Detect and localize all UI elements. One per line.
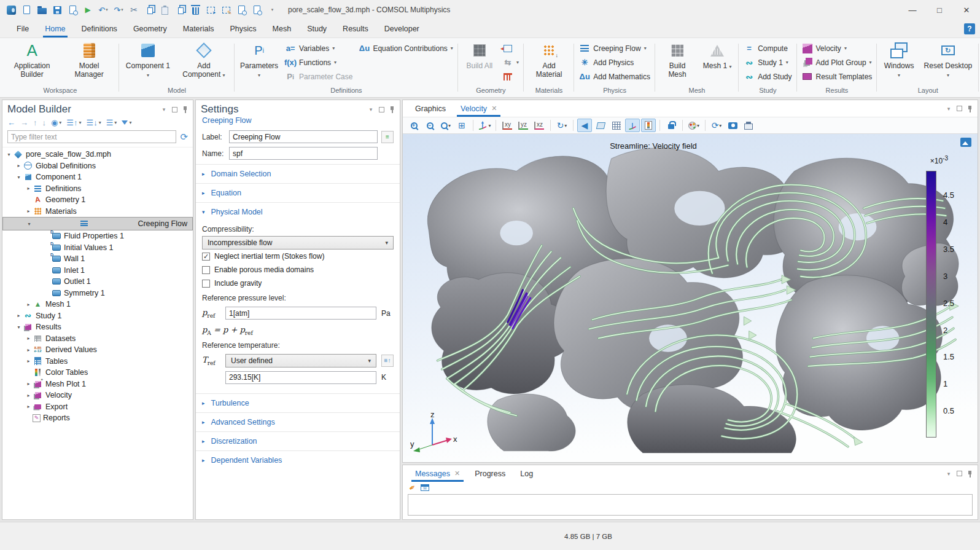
tree-item-wall-1[interactable]: Wall 1: [2, 253, 193, 265]
tree-item-definitions[interactable]: ▸Definitions: [2, 183, 193, 195]
find-icon[interactable]: [249, 2, 264, 17]
zoom-extents-icon[interactable]: ⊞: [454, 119, 469, 132]
tree-item-velocity[interactable]: ▸Velocity: [2, 390, 193, 401]
move-down-icon[interactable]: ↓: [42, 118, 47, 127]
tree-item-datasets[interactable]: ▸Datasets: [2, 333, 193, 345]
customize-qat-icon[interactable]: ▾: [265, 2, 279, 17]
tree-item-creeping-flow[interactable]: ▾Creeping Flow: [2, 217, 193, 230]
tab-developer[interactable]: Developer: [376, 20, 427, 37]
zoom-box-icon[interactable]: ▾: [438, 119, 453, 132]
message-window-icon[interactable]: [421, 484, 429, 491]
tab-file[interactable]: File: [9, 20, 37, 37]
tab-materials[interactable]: Materials: [175, 20, 222, 37]
run-icon[interactable]: ▶: [80, 2, 95, 17]
build-all-button[interactable]: Build All: [461, 39, 499, 70]
refresh-icon[interactable]: ⟳: [180, 132, 188, 143]
section-equation[interactable]: ▸Equation: [196, 183, 400, 202]
zoom-out-icon[interactable]: −: [422, 119, 437, 132]
lock-axis-icon[interactable]: [664, 119, 679, 132]
expand-icon[interactable]: ☰↓▾: [87, 118, 101, 127]
tab-velocity-window[interactable]: Velocity✕: [453, 100, 504, 117]
grid-icon[interactable]: [609, 119, 624, 132]
physics-interface-button[interactable]: Creeping Flow▾: [577, 42, 653, 55]
panel-pin-icon[interactable]: [966, 470, 973, 477]
orientation-indicator-icon[interactable]: [625, 119, 640, 132]
add-plot-group-button[interactable]: Add Plot Group▾: [799, 56, 875, 69]
tree-item-reports[interactable]: Reports: [2, 412, 193, 424]
select-box-icon[interactable]: [203, 2, 218, 17]
label-input[interactable]: [229, 130, 378, 143]
edit-label-icon[interactable]: ≡: [381, 131, 394, 143]
variables-button[interactable]: a= Variables▾: [282, 42, 355, 55]
model-tree-nodes-icon[interactable]: ☰▾: [106, 118, 117, 127]
compute-button[interactable]: = Compute: [741, 42, 794, 55]
back-icon[interactable]: ←: [7, 118, 15, 127]
panel-float-icon[interactable]: [379, 107, 384, 112]
section-advanced-settings[interactable]: ▸Advanced Settings: [196, 412, 400, 431]
undo-icon[interactable]: ↶▾: [96, 2, 111, 17]
minimize-button[interactable]: —: [899, 0, 926, 20]
view-xz-icon[interactable]: xz: [532, 119, 546, 132]
duplicate-icon[interactable]: [173, 2, 187, 17]
neglect-inertial-checkbox[interactable]: ✓Neglect inertial term (Stokes flow): [202, 249, 394, 263]
reference-pressure-input[interactable]: [225, 307, 376, 320]
panel-float-icon[interactable]: [957, 106, 962, 111]
color-theme-icon[interactable]: ▾: [686, 119, 701, 132]
tab-messages[interactable]: Messages✕: [408, 465, 467, 482]
add-material-button[interactable]: Add Material: [526, 39, 572, 79]
reset-desktop-button[interactable]: ↻ Reset Desktop ▾: [920, 39, 976, 79]
tab-study[interactable]: Study: [299, 20, 335, 37]
filter-input[interactable]: [7, 130, 176, 143]
mesh-1-button[interactable]: Mesh 1 ▾: [698, 39, 736, 70]
tree-item-component-1[interactable]: ▾Component 1: [2, 171, 193, 183]
panel-menu-icon[interactable]: ▾: [945, 105, 952, 112]
component-1-button[interactable]: Component 1 ▾: [122, 39, 174, 79]
build-mesh-button[interactable]: Build Mesh: [658, 39, 697, 79]
messages-output[interactable]: [408, 494, 973, 516]
zoom-selected-icon[interactable]: [234, 2, 249, 17]
tree-item-mesh-plot-1[interactable]: ▸Mesh Plot 1: [2, 379, 193, 390]
tab-home[interactable]: Home: [37, 20, 73, 37]
tree-item-tables[interactable]: ▸Tables: [2, 356, 193, 367]
go-to-source-icon[interactable]: ≡↑: [381, 355, 394, 367]
deselect-box-icon[interactable]: [219, 2, 233, 17]
maximize-button[interactable]: □: [926, 0, 953, 20]
geometry-import-button[interactable]: [500, 42, 521, 55]
name-input[interactable]: [229, 147, 378, 160]
tree-item-root[interactable]: ▾pore_scale_flow_3d.mph: [2, 149, 193, 160]
tab-physics[interactable]: Physics: [222, 20, 264, 37]
add-physics-button[interactable]: ✳ Add Physics: [577, 56, 653, 69]
tree-item-mesh-1[interactable]: ▸Mesh 1: [2, 299, 193, 310]
include-gravity-checkbox[interactable]: Include gravity: [202, 277, 394, 290]
result-templates-button[interactable]: Result Templates: [799, 70, 875, 83]
tree-item-fluid-properties-1[interactable]: Fluid Properties 1: [2, 230, 193, 242]
open-file-icon[interactable]: [34, 2, 49, 17]
porous-media-checkbox[interactable]: Enable porous media domains: [202, 263, 394, 277]
save-as-icon[interactable]: [65, 2, 80, 17]
go-to-view-icon[interactable]: ▾: [477, 119, 492, 132]
tab-results[interactable]: Results: [335, 20, 376, 37]
tab-definitions[interactable]: Definitions: [74, 20, 125, 37]
functions-button[interactable]: f(x) Functions▾: [282, 56, 355, 69]
tree-item-symmetry-1[interactable]: Symmetry 1: [2, 288, 193, 299]
view-xy-icon[interactable]: xy: [500, 119, 515, 132]
tree-item-materials[interactable]: ▸Materials: [2, 206, 193, 218]
compressibility-select[interactable]: Incompressible flow▾: [202, 236, 394, 249]
panel-pin-icon[interactable]: [182, 106, 188, 113]
reference-temperature-input[interactable]: [225, 371, 376, 384]
tree-item-color-tables[interactable]: Color Tables: [2, 367, 193, 379]
tab-progress[interactable]: Progress: [467, 465, 513, 482]
section-turbulence[interactable]: ▸Turbulence: [196, 393, 400, 412]
tab-graphics-window[interactable]: Graphics: [408, 100, 453, 117]
close-tab-icon[interactable]: ✕: [491, 104, 497, 112]
tab-log[interactable]: Log: [513, 465, 540, 482]
show-icon[interactable]: ◉▾: [51, 118, 61, 127]
redo-icon[interactable]: ↷▾: [111, 2, 126, 17]
cut-icon[interactable]: ✂: [126, 2, 141, 17]
copy-icon[interactable]: [142, 2, 157, 17]
tree-item-inlet-1[interactable]: Inlet 1: [2, 265, 193, 277]
forward-icon[interactable]: →: [20, 118, 28, 127]
tree-item-initial-values-1[interactable]: Initial Values 1: [2, 242, 193, 254]
help-button[interactable]: ?: [964, 23, 975, 34]
close-tab-icon[interactable]: ✕: [454, 469, 460, 477]
